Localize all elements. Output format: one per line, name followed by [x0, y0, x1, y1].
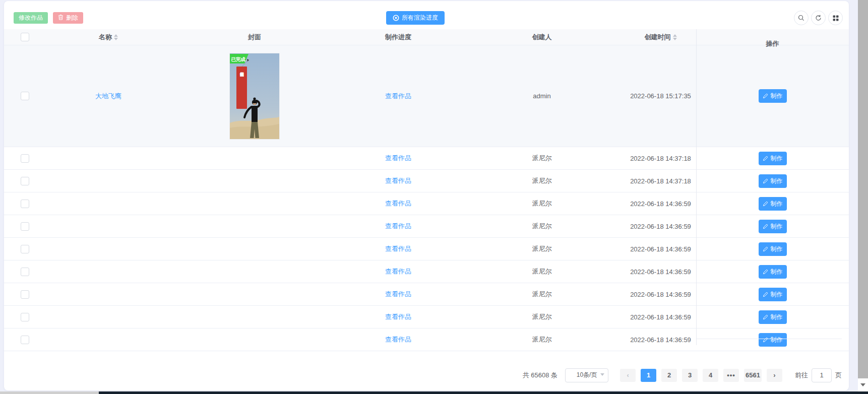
row-checkbox[interactable]	[21, 313, 29, 321]
make-button[interactable]: 制作	[759, 89, 787, 103]
page-button-2[interactable]: 2	[661, 369, 677, 382]
make-button-label: 制作	[771, 92, 783, 100]
next-page-button[interactable]: ›	[767, 369, 782, 382]
row-checkbox[interactable]	[21, 177, 29, 185]
creator-cell: 派尼尔	[459, 306, 625, 328]
make-button-label: 制作	[771, 313, 783, 321]
fixed-column-bottom-border	[697, 339, 842, 339]
view-work-link[interactable]: 查看作品	[385, 267, 411, 276]
cover-cell	[171, 329, 338, 351]
delete-button-label: 删除	[66, 14, 78, 22]
row-checkbox[interactable]	[21, 154, 29, 163]
table-row: 大地飞鹰 短视频招商火爆进行中 已完成	[4, 45, 849, 147]
make-button[interactable]: 制作	[759, 288, 787, 301]
creator-cell: 派尼尔	[459, 329, 625, 351]
row-checkbox[interactable]	[21, 336, 29, 344]
delete-button[interactable]: 删除	[53, 12, 83, 24]
make-button-label: 制作	[771, 268, 783, 276]
created-time-cell: 2022-06-18 14:37:18	[625, 170, 696, 192]
make-button[interactable]: 制作	[759, 242, 787, 256]
row-checkbox[interactable]	[21, 290, 29, 299]
table-row: 查看作品 派尼尔 2022-06-18 14:36:59 制作	[4, 306, 849, 329]
bottom-edge-bar	[99, 391, 868, 394]
cover-cell	[171, 238, 338, 260]
edit-pencil-icon	[763, 201, 768, 207]
scrollbar-down-button[interactable]	[858, 378, 868, 391]
sort-caret-icon[interactable]	[114, 34, 118, 40]
page-size-value: 10条/页	[577, 371, 597, 379]
view-work-link[interactable]: 查看作品	[385, 154, 411, 163]
header-cover: 封面	[171, 33, 338, 42]
search-button[interactable]	[794, 11, 809, 25]
created-time-cell: 2022-06-18 14:36:59	[625, 260, 696, 283]
header-progress: 制作进度	[338, 33, 459, 42]
cover-thumbnail[interactable]: 短视频招商火爆进行中 已完成	[230, 53, 279, 139]
make-button-label: 制作	[771, 200, 783, 208]
created-time-cell: 2022-06-18 14:36:59	[625, 329, 696, 351]
cover-cell	[171, 260, 338, 283]
render-progress-button-label: 所有渲染进度	[402, 14, 438, 22]
page-button-4[interactable]: 4	[703, 369, 718, 382]
edit-pencil-icon	[763, 246, 768, 252]
make-button[interactable]: 制作	[759, 265, 787, 279]
make-button-label: 制作	[771, 177, 783, 185]
sort-caret-icon[interactable]	[673, 34, 677, 40]
make-button[interactable]: 制作	[759, 174, 787, 188]
make-button[interactable]: 制作	[759, 310, 787, 324]
grid-icon	[833, 15, 839, 21]
creator-cell: 派尼尔	[459, 147, 625, 169]
view-work-link[interactable]: 查看作品	[385, 244, 411, 253]
last-page-button[interactable]: 6561	[744, 369, 762, 382]
page-size-select[interactable]: 10条/页	[565, 368, 608, 382]
refresh-button[interactable]	[811, 11, 826, 25]
creator-cell: 派尼尔	[459, 192, 625, 215]
make-button[interactable]: 制作	[759, 152, 787, 165]
edit-pencil-icon	[763, 93, 768, 99]
make-button-label: 制作	[771, 245, 783, 253]
page-button-1[interactable]: 1	[641, 369, 656, 382]
prev-page-button[interactable]: ‹	[620, 369, 636, 382]
view-work-link[interactable]: 查看作品	[385, 222, 411, 231]
edit-pencil-icon	[763, 314, 768, 320]
view-work-link[interactable]: 查看作品	[385, 335, 411, 344]
bottom-scrollbar-track[interactable]	[0, 391, 99, 394]
table-row: 查看作品 派尼尔 2022-06-18 14:37:18 制作	[4, 147, 849, 170]
make-button[interactable]: 制作	[759, 197, 787, 211]
view-work-link[interactable]: 查看作品	[385, 176, 411, 185]
work-name-link[interactable]: 大地飞鹰	[95, 92, 121, 101]
make-button[interactable]: 制作	[759, 220, 787, 233]
table-row: 查看作品 派尼尔 2022-06-18 14:36:59 制作	[4, 260, 849, 283]
grid-view-button[interactable]	[828, 11, 843, 25]
row-checkbox[interactable]	[21, 200, 29, 208]
cover-cell	[171, 192, 338, 215]
row-checkbox[interactable]	[21, 245, 29, 253]
page-button-3[interactable]: 3	[682, 369, 698, 382]
make-button[interactable]: 制作	[759, 333, 787, 347]
created-time-cell: 2022-06-18 14:36:59	[625, 192, 696, 215]
row-checkbox[interactable]	[21, 92, 29, 100]
table-row: 查看作品 派尼尔 2022-06-18 14:37:18 制作	[4, 170, 849, 192]
select-all-checkbox[interactable]	[21, 33, 29, 41]
cover-photo: 短视频招商火爆进行中 已完成	[230, 53, 279, 139]
edit-work-button[interactable]: 修改作品	[14, 12, 48, 24]
view-work-link[interactable]: 查看作品	[385, 92, 411, 101]
goto-page-input[interactable]	[812, 368, 832, 382]
view-work-link[interactable]: 查看作品	[385, 312, 411, 321]
view-work-link[interactable]: 查看作品	[385, 290, 411, 299]
view-work-link[interactable]: 查看作品	[385, 199, 411, 208]
edit-pencil-icon	[763, 224, 768, 229]
header-created-at[interactable]: 创建时间	[625, 33, 696, 42]
row-checkbox[interactable]	[21, 268, 29, 276]
header-name[interactable]: 名称	[45, 33, 171, 42]
more-pages-button[interactable]: •••	[723, 369, 739, 382]
created-time-cell: 2022-06-18 14:36:59	[625, 283, 696, 305]
table-row: 查看作品 派尼尔 2022-06-18 14:36:59 制作	[4, 215, 849, 238]
vertical-scrollbar[interactable]	[858, 0, 868, 394]
table-row: 查看作品 派尼尔 2022-06-18 14:36:59 制作	[4, 283, 849, 306]
render-progress-button[interactable]: 所有渲染进度	[386, 11, 445, 25]
fixed-column-divider	[696, 29, 697, 345]
creator-cell: 派尼尔	[459, 283, 625, 305]
edit-work-button-label: 修改作品	[19, 14, 43, 22]
cover-cell: 短视频招商火爆进行中 已完成	[171, 45, 338, 147]
row-checkbox[interactable]	[21, 222, 29, 231]
